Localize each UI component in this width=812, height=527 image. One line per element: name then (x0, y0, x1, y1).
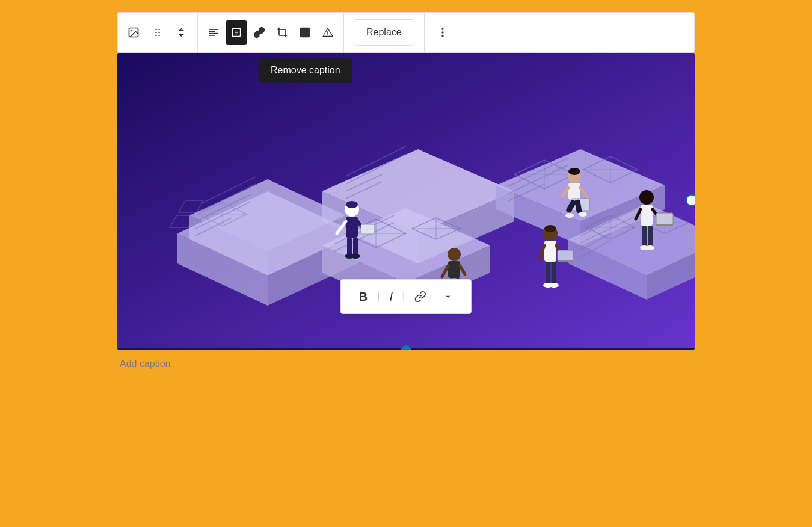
svg-rect-94 (346, 217, 358, 238)
toolbar-group-more (425, 13, 461, 52)
svg-point-5 (158, 32, 160, 34)
image-section: Remove caption (117, 53, 695, 350)
svg-point-23 (441, 28, 443, 30)
bold-button[interactable]: B (351, 285, 376, 309)
caption-placeholder: Add caption (120, 359, 171, 369)
svg-point-103 (448, 248, 461, 261)
move-up-down-button[interactable] (171, 20, 192, 45)
svg-rect-139 (648, 226, 653, 247)
svg-point-101 (351, 254, 360, 259)
svg-rect-98 (347, 238, 352, 256)
svg-rect-123 (568, 183, 580, 200)
svg-rect-118 (552, 262, 556, 285)
svg-rect-133 (641, 205, 653, 226)
svg-point-129 (565, 213, 574, 218)
svg-rect-97 (361, 224, 374, 234)
toolbar-group-replace: Replace (344, 13, 425, 52)
link-button[interactable] (248, 20, 270, 45)
svg-point-132 (639, 190, 654, 205)
text-overlay-button[interactable] (294, 20, 316, 45)
svg-rect-115 (558, 250, 573, 261)
svg-rect-117 (546, 262, 550, 285)
svg-point-4 (155, 32, 157, 34)
fmt-separator-1: | (377, 291, 380, 302)
align-center-button[interactable] (226, 20, 247, 45)
svg-rect-99 (353, 238, 358, 256)
italic-label: I (389, 290, 393, 304)
more-format-button[interactable] (435, 285, 461, 309)
italic-button[interactable]: I (381, 285, 401, 309)
svg-point-121 (544, 225, 556, 232)
bold-label: B (359, 290, 368, 304)
image-block[interactable]: B | I | (117, 53, 695, 350)
crop-button[interactable] (271, 20, 293, 45)
svg-point-130 (579, 212, 587, 217)
align-left-button[interactable] (203, 20, 224, 45)
replace-button[interactable]: Replace (354, 19, 414, 46)
svg-rect-136 (656, 213, 673, 225)
toolbar-group-media (118, 13, 198, 52)
toolbar-group-align (198, 13, 344, 52)
svg-point-6 (155, 35, 157, 37)
svg-point-1 (131, 30, 133, 32)
svg-point-24 (441, 31, 443, 33)
svg-rect-138 (642, 226, 647, 247)
alt-text-button[interactable] (317, 20, 339, 45)
svg-point-141 (646, 245, 654, 250)
text-format-toolbar: B | I | (340, 279, 472, 314)
svg-point-3 (158, 29, 160, 31)
image-icon-button[interactable] (123, 20, 144, 45)
fmt-separator-2: | (402, 291, 405, 302)
caption-area[interactable]: Add caption (117, 350, 695, 378)
svg-point-7 (158, 35, 160, 37)
svg-point-102 (346, 201, 358, 208)
svg-point-142 (686, 195, 695, 206)
svg-point-2 (155, 29, 157, 31)
svg-point-120 (549, 283, 559, 288)
inline-link-button[interactable] (406, 285, 435, 309)
svg-point-25 (441, 35, 443, 37)
svg-point-131 (568, 168, 580, 175)
drag-handle-button[interactable] (147, 20, 168, 45)
image-toolbar: Replace (117, 12, 695, 53)
svg-rect-104 (448, 261, 460, 278)
more-options-button[interactable] (432, 20, 454, 45)
svg-rect-112 (544, 241, 556, 262)
